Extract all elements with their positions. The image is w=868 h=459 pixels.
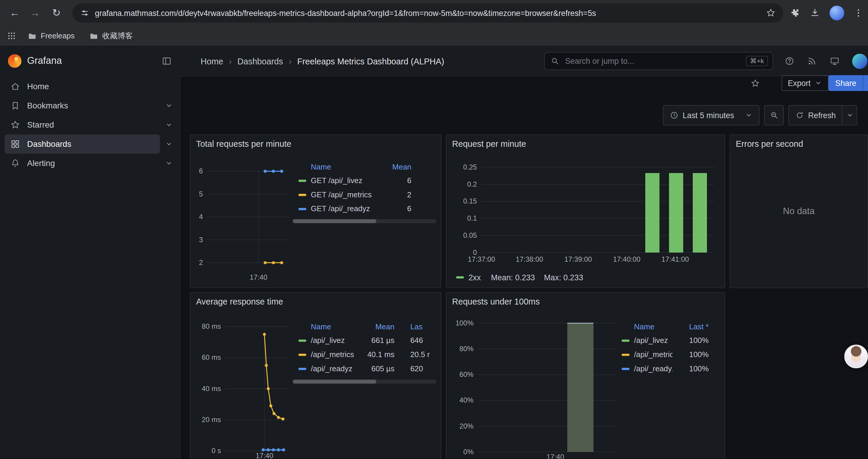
site-settings-icon[interactable] xyxy=(80,8,90,18)
svg-text:100%: 100% xyxy=(456,319,473,327)
forward-button[interactable]: → xyxy=(27,5,43,21)
refresh-button[interactable]: Refresh xyxy=(788,105,843,126)
search-box[interactable]: ⌘+k xyxy=(544,52,773,70)
bookmark-folder-freeleaps[interactable]: Freeleaps xyxy=(23,29,79,43)
series-swatch xyxy=(299,208,306,210)
legend-row[interactable]: /api/_livez661 µs646 xyxy=(293,333,436,348)
series-swatch xyxy=(299,193,306,196)
svg-text:5: 5 xyxy=(199,190,203,198)
svg-text:0 s: 0 s xyxy=(212,447,221,455)
refresh-interval-dropdown[interactable] xyxy=(843,105,857,126)
share-button[interactable]: Share xyxy=(829,75,863,91)
panel-errors-per-second[interactable]: Errors per second No data xyxy=(730,134,868,288)
legend-row[interactable]: /api/_metrics40.1 ms20.5 r xyxy=(293,347,436,362)
svg-text:60 ms: 60 ms xyxy=(202,353,221,361)
svg-text:20 ms: 20 ms xyxy=(202,416,221,424)
chevron-down-icon xyxy=(745,111,753,119)
svg-text:17:39:00: 17:39:00 xyxy=(564,255,592,263)
legend-header[interactable]: NameMean xyxy=(293,160,436,173)
legend-header[interactable]: NameMeanLas xyxy=(293,320,436,333)
sidebar-item-alerting[interactable]: Alerting xyxy=(4,154,160,173)
back-button[interactable]: ← xyxy=(7,5,23,21)
expand-bookmarks-button[interactable] xyxy=(162,96,176,115)
legend-row[interactable]: GET /api/_readyz6 xyxy=(293,202,436,216)
help-icon[interactable] xyxy=(784,56,795,66)
legend-row[interactable]: /api/_readyz100% xyxy=(616,362,719,376)
monitor-icon[interactable] xyxy=(830,56,840,66)
breadcrumb-dashboards[interactable]: Dashboards xyxy=(237,56,283,66)
svg-text:0.1: 0.1 xyxy=(467,214,477,222)
screen: ← → ↻ grafana.mathmast.com/d/deytv4rwava… xyxy=(0,0,868,459)
legend-table: NameMeanGET /api/_livez6GET /api/_metric… xyxy=(293,160,436,216)
scrollbar-thumb[interactable] xyxy=(293,380,376,383)
legend-stats[interactable]: 2xx Mean: 0.233 Max: 0.233 xyxy=(456,270,583,284)
apps-grid-icon[interactable] xyxy=(7,31,17,41)
expand-starred-button[interactable] xyxy=(162,115,176,134)
panel-total-requests-per-minute[interactable]: Total requests per minute 6543217:40 Nam… xyxy=(190,134,441,288)
legend-row[interactable]: /api/_livez100% xyxy=(616,333,719,348)
user-avatar[interactable] xyxy=(852,54,867,69)
series-swatch xyxy=(622,367,629,370)
search-icon xyxy=(550,57,560,66)
extensions-icon[interactable] xyxy=(789,8,800,18)
reload-button[interactable]: ↻ xyxy=(49,5,64,21)
search-input[interactable] xyxy=(564,56,742,66)
svg-text:17:40: 17:40 xyxy=(547,453,564,459)
sidebar-item-home[interactable]: Home xyxy=(4,77,160,96)
legend-row[interactable]: GET /api/_livez6 xyxy=(293,173,436,188)
svg-text:4: 4 xyxy=(199,213,203,221)
svg-text:20%: 20% xyxy=(459,422,473,430)
rss-icon[interactable] xyxy=(807,56,817,66)
bell-icon xyxy=(10,158,20,168)
refresh-group: Refresh xyxy=(788,105,857,126)
bookmark-star-icon[interactable] xyxy=(766,8,776,18)
legend-row[interactable]: /api/_metrics100% xyxy=(616,347,719,362)
export-button[interactable]: Export xyxy=(781,75,829,91)
legend-row[interactable]: /api/_readyz605 µs620 xyxy=(293,362,436,376)
legend-row[interactable]: GET /api/_metrics2 xyxy=(293,188,436,202)
time-range-picker[interactable]: Last 5 minutes xyxy=(663,105,760,126)
svg-text:40%: 40% xyxy=(459,396,473,404)
browser-toolbar: ← → ↻ grafana.mathmast.com/d/deytv4rwava… xyxy=(0,0,868,26)
clock-icon xyxy=(670,111,679,120)
svg-text:80%: 80% xyxy=(459,345,473,353)
legend-table: NameMeanLas/api/_livez661 µs646/api/_met… xyxy=(293,320,436,376)
expand-alerting-button[interactable] xyxy=(162,154,176,173)
favorite-dashboard-icon[interactable] xyxy=(750,78,760,88)
expand-dashboards-button[interactable] xyxy=(162,134,176,154)
legend-scrollbar[interactable] xyxy=(293,219,436,223)
legend-header[interactable]: NameLast * xyxy=(616,320,719,333)
request-per-minute-chart[interactable]: 0.250.20.150.10.05017:37:0017:38:0017:39… xyxy=(446,135,725,289)
browser-profile-avatar[interactable] xyxy=(830,6,844,21)
series-swatch xyxy=(299,179,306,182)
bookmark-icon xyxy=(10,100,20,110)
refresh-icon xyxy=(795,111,804,120)
url-bar[interactable]: grafana.mathmast.com/d/deytv4rwavabkb/fr… xyxy=(72,3,783,23)
legend-scrollbar[interactable] xyxy=(293,380,436,383)
zoom-out-button[interactable] xyxy=(764,105,784,126)
scrollbar-thumb[interactable] xyxy=(293,219,376,223)
collapse-sidebar-icon[interactable] xyxy=(162,56,172,66)
svg-text:17:40:00: 17:40:00 xyxy=(613,255,641,263)
assistant-avatar-widget[interactable] xyxy=(844,345,868,368)
sidebar-item-dashboards[interactable]: Dashboards xyxy=(4,134,160,154)
sidebar-item-starred[interactable]: Starred xyxy=(4,115,160,134)
svg-text:0.2: 0.2 xyxy=(467,180,477,188)
panel-request-per-minute[interactable]: Request per minute 0.250.20.150.10.05017… xyxy=(446,134,725,288)
download-icon[interactable] xyxy=(809,7,820,19)
grafana-logo[interactable] xyxy=(8,54,22,68)
no-data-message: No data xyxy=(730,135,867,287)
zoom-out-icon xyxy=(769,111,778,120)
sidebar-item-bookmarks[interactable]: Bookmarks xyxy=(4,96,160,115)
breadcrumb-home[interactable]: Home xyxy=(200,56,223,66)
svg-text:2: 2 xyxy=(199,258,203,266)
url-text[interactable]: grafana.mathmast.com/d/deytv4rwavabkb/fr… xyxy=(95,8,761,18)
legend-table: NameLast */api/_livez100%/api/_metrics10… xyxy=(616,320,719,376)
share-dropdown-button[interactable] xyxy=(863,75,868,91)
bookmark-folder-blogs[interactable]: 收藏博客 xyxy=(85,29,137,43)
folder-icon xyxy=(28,31,37,40)
menu-kebab-icon[interactable] xyxy=(853,8,863,18)
panel-requests-under-100ms[interactable]: Requests under 100ms 100%80%60%40%20%0%1… xyxy=(446,292,725,459)
svg-text:0%: 0% xyxy=(463,448,473,456)
panel-average-response-time[interactable]: Average response time 80 ms60 ms40 ms20 … xyxy=(190,292,441,459)
